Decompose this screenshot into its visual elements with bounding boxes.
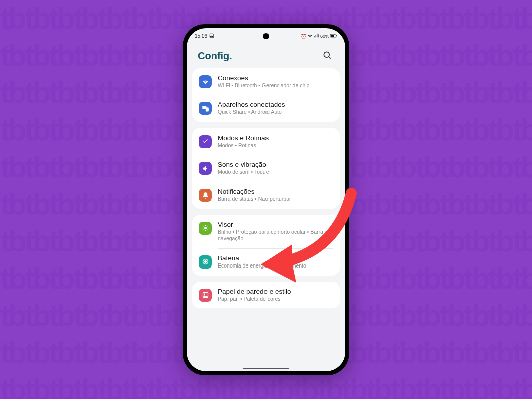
phone-screen: 15:06 ⏰ 60% Config. [187, 28, 345, 371]
item-title: Modos e Rotinas [218, 134, 333, 142]
settings-group: Papel de parede e estiloPap. par. • Pale… [192, 282, 340, 309]
item-subtitle: Barra de status • Não perturbar [218, 196, 333, 203]
svg-point-20 [204, 261, 206, 263]
svg-line-15 [203, 226, 204, 226]
settings-group: ConexõesWi-Fi • Bluetooth • Gerenciador … [192, 68, 340, 122]
settings-item[interactable]: NotificaçõesBarra de status • Não pertur… [192, 182, 340, 209]
svg-line-6 [329, 56, 331, 58]
camera-hole [263, 33, 269, 39]
home-indicator[interactable] [243, 368, 289, 369]
settings-item[interactable]: BateriaEconomia de energia • Carregament… [192, 248, 340, 276]
item-text: Aparelhos conectadosQuick Share • Androi… [218, 101, 333, 116]
devices-icon [199, 102, 212, 115]
settings-group: Modos e RotinasModos • RotinasSons e vib… [192, 128, 340, 209]
item-subtitle: Quick Share • Android Auto [218, 109, 333, 116]
item-subtitle: Economia de energia • Carregamento [218, 262, 333, 270]
svg-rect-8 [206, 107, 209, 111]
wifi-icon [307, 33, 313, 39]
battery-icon [199, 255, 212, 269]
svg-line-16 [207, 230, 207, 230]
phone-frame: 15:06 ⏰ 60% Config. [183, 24, 349, 375]
brightness-icon [199, 222, 212, 235]
item-subtitle: Brilho • Proteção para conforto ocular •… [218, 229, 333, 242]
item-text: VisorBrilho • Proteção para conforto ocu… [218, 221, 333, 242]
item-text: ConexõesWi-Fi • Bluetooth • Gerenciador … [218, 74, 333, 89]
settings-item[interactable]: Papel de parede e estiloPap. par. • Pale… [192, 282, 340, 309]
svg-point-1 [211, 34, 212, 35]
svg-rect-4 [336, 35, 337, 36]
item-text: Modos e RotinasModos • Rotinas [218, 134, 333, 149]
bell-icon [199, 189, 212, 202]
settings-item[interactable]: Sons e vibraçãoModo de som • Toque [192, 155, 340, 182]
item-title: Sons e vibração [218, 161, 333, 168]
item-title: Notificações [218, 188, 333, 195]
item-title: Bateria [218, 254, 333, 262]
item-subtitle: Modos • Rotinas [218, 142, 333, 149]
settings-item[interactable]: VisorBrilho • Proteção para conforto ocu… [192, 215, 340, 248]
status-time: 15:06 [195, 33, 207, 39]
wifi-icon [199, 75, 212, 88]
svg-point-5 [324, 52, 329, 57]
item-text: Papel de parede e estiloPap. par. • Pale… [218, 288, 333, 303]
settings-group: VisorBrilho • Proteção para conforto ocu… [192, 215, 340, 276]
settings-list[interactable]: ConexõesWi-Fi • Bluetooth • Gerenciador … [187, 68, 345, 371]
signal-icon [314, 33, 319, 39]
settings-item[interactable]: Aparelhos conectadosQuick Share • Androi… [192, 95, 340, 122]
routine-icon [199, 135, 212, 148]
item-text: Sons e vibraçãoModo de som • Toque [218, 161, 333, 176]
item-subtitle: Pap. par. • Paleta de cores [218, 296, 333, 303]
svg-point-10 [204, 227, 207, 229]
item-subtitle: Modo de som • Toque [218, 169, 333, 176]
item-title: Aparelhos conectados [218, 101, 333, 108]
item-title: Visor [218, 221, 333, 228]
battery-icon [330, 34, 337, 39]
search-button[interactable] [320, 49, 334, 63]
item-title: Papel de parede e estilo [218, 288, 333, 295]
page-title: Config. [198, 50, 232, 62]
item-text: BateriaEconomia de energia • Carregament… [218, 254, 333, 270]
svg-line-18 [207, 226, 207, 226]
alarm-icon: ⏰ [301, 34, 306, 39]
search-icon [322, 50, 332, 62]
item-subtitle: Wi-Fi • Bluetooth • Gerenciador de chip [218, 82, 333, 89]
settings-item[interactable]: ConexõesWi-Fi • Bluetooth • Gerenciador … [192, 68, 340, 95]
settings-item[interactable]: Modos e RotinasModos • Rotinas [192, 128, 340, 155]
item-title: Conexões [218, 74, 333, 82]
item-text: NotificaçõesBarra de status • Não pertur… [218, 188, 333, 203]
svg-rect-3 [331, 34, 334, 36]
image-icon [209, 33, 214, 39]
wallpaper-icon [199, 289, 212, 302]
page-header: Config. [187, 42, 345, 68]
battery-text: 60% [320, 34, 329, 39]
svg-point-22 [204, 294, 205, 295]
sound-icon [199, 162, 212, 175]
svg-line-17 [203, 230, 204, 230]
